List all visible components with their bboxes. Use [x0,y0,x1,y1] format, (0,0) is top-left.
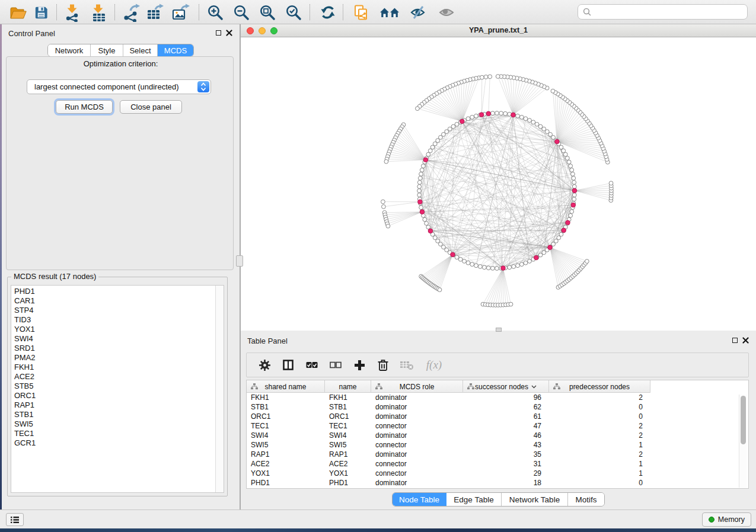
table-row[interactable]: ORC1ORC1dominator610 [247,412,748,421]
table-cell[interactable]: RAP1 [247,450,325,459]
table-cell[interactable]: ORC1 [325,412,371,421]
table-cell[interactable]: 0 [549,412,650,421]
tab-style[interactable]: Style [91,44,123,56]
table-cell[interactable]: SWI4 [247,431,325,440]
export-image-button[interactable] [170,2,190,23]
table-cell[interactable]: dominator [371,478,463,488]
criterion-dropdown[interactable]: largest connected component (undirected) [27,79,211,94]
mcds-result-item[interactable]: ACE2 [14,372,215,382]
mcds-result-item[interactable]: PHD1 [14,287,215,296]
table-cell[interactable]: 43 [463,440,549,450]
table-cell[interactable]: 31 [463,459,549,469]
deselect-all-button[interactable] [328,358,343,372]
network-canvas[interactable] [241,37,756,331]
table-cell[interactable]: 0 [549,402,650,412]
table-row[interactable]: SWI4SWI4dominator462 [247,431,748,440]
table-cell[interactable]: 2 [549,431,650,440]
mcds-result-item[interactable]: TID3 [14,315,215,325]
table-cell[interactable]: PHD1 [247,478,325,488]
table-cell[interactable]: 1 [549,459,650,469]
table-cell[interactable]: dominator [371,450,463,459]
mcds-result-item[interactable]: STB1 [14,410,215,419]
mcds-result-item[interactable]: ORC1 [14,391,215,400]
search-input[interactable] [595,8,742,17]
add-column-button[interactable] [352,358,366,372]
table-cell[interactable]: ORC1 [247,412,325,421]
table-cell[interactable]: 46 [463,431,549,440]
table-cell[interactable]: 35 [463,450,549,459]
import-table-button[interactable] [89,2,109,23]
table-cell[interactable]: SWI4 [325,431,371,440]
mcds-result-item[interactable]: STP4 [14,306,215,315]
table-cell[interactable]: dominator [371,402,463,412]
table-cell[interactable]: YOX1 [325,469,371,478]
share-network-button[interactable] [351,2,371,23]
tab-node-table[interactable]: Node Table [393,493,446,506]
mcds-result-item[interactable]: SWI5 [14,419,215,429]
first-neighbors-button[interactable] [379,2,400,23]
table-cell[interactable]: 2 [549,450,650,459]
column-header-MCDS-role[interactable]: MCDS role [371,380,463,393]
zoom-in-button[interactable] [205,2,225,23]
table-cell[interactable]: SWI5 [247,440,325,450]
table-row[interactable]: STB1STB1dominator620 [247,402,748,412]
float-panel-icon[interactable] [216,30,221,36]
delete-column-button[interactable] [376,358,390,372]
mcds-list-scrollbar[interactable] [215,286,224,492]
float-panel-icon[interactable] [732,338,738,343]
mcds-result-item[interactable]: SWI4 [14,334,215,344]
column-header-successor-nodes[interactable]: successor nodes [463,380,549,393]
table-cell[interactable]: 2 [549,421,650,431]
table-cell[interactable]: dominator [371,412,463,421]
table-cell[interactable]: 62 [463,402,549,412]
tab-network-table[interactable]: Network Table [502,493,568,506]
search-field[interactable] [578,4,748,20]
table-scrollbar-thumb[interactable] [741,396,746,444]
mcds-result-item[interactable]: CAR1 [14,296,215,306]
network-window-titlebar[interactable]: YPA_prune.txt_1 [241,24,756,37]
column-header-shared-name[interactable]: shared name [247,380,325,393]
mcds-result-item[interactable]: STB5 [14,382,215,391]
mcds-result-item[interactable]: GCR1 [14,438,215,448]
table-cell[interactable]: 1 [549,469,650,478]
log-console-button[interactable] [6,513,24,526]
mcds-result-item[interactable]: SRD1 [14,344,215,353]
zoom-selected-button[interactable] [283,2,304,23]
mcds-result-item[interactable]: RAP1 [14,400,215,410]
table-cell[interactable]: STB1 [325,402,371,412]
column-header-predecessor-nodes[interactable]: predecessor nodes [549,380,650,393]
mcds-result-item[interactable]: TEC1 [14,429,215,438]
table-row[interactable]: TEC1TEC1connector472 [247,421,748,431]
tab-select[interactable]: Select [123,44,158,56]
table-cell[interactable]: YOX1 [247,469,325,478]
network-graph[interactable] [241,37,756,331]
zoom-fit-button[interactable] [257,2,277,23]
table-cell[interactable]: 18 [463,478,549,488]
close-panel-icon[interactable] [226,30,232,36]
show-all-button[interactable] [436,2,457,23]
column-header-name[interactable]: name [325,380,371,393]
table-cell[interactable]: connector [371,459,463,469]
tab-motifs[interactable]: Motifs [568,493,604,506]
table-cell[interactable]: STB1 [247,402,325,412]
open-file-button[interactable] [8,2,28,23]
table-row[interactable]: ACE2ACE2connector311 [247,459,748,469]
splitter-grip[interactable] [496,328,502,332]
table-cell[interactable]: TEC1 [247,421,325,431]
table-row[interactable]: FKH1FKH1dominator962 [247,393,748,402]
table-cell[interactable]: 0 [549,478,650,488]
table-cell[interactable]: connector [371,421,463,431]
tab-edge-table[interactable]: Edge Table [446,493,502,506]
table-row[interactable]: YOX1YOX1connector291 [247,469,748,478]
save-session-button[interactable] [31,2,51,23]
run-mcds-button[interactable]: Run MCDS [56,100,113,114]
tab-mcds[interactable]: MCDS [158,44,193,56]
import-network-button[interactable] [63,2,83,23]
splitter-grip[interactable] [236,255,243,267]
mcds-result-item[interactable]: PMA2 [14,353,215,363]
select-all-button[interactable] [305,358,319,372]
table-row[interactable]: PHD1PHD1dominator180 [247,478,748,488]
table-cell[interactable]: 2 [549,393,650,402]
table-cell[interactable]: ACE2 [325,459,371,469]
table-cell[interactable]: TEC1 [325,421,371,431]
